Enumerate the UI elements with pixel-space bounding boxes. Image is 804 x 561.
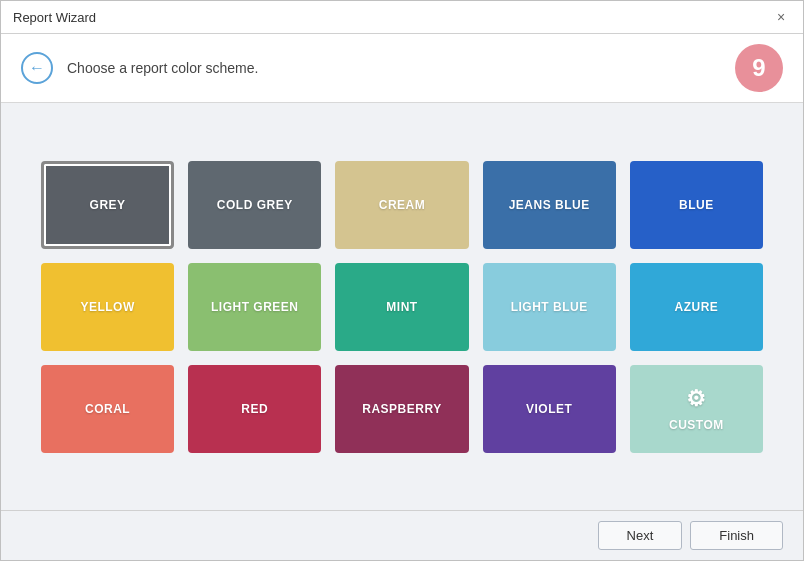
- color-tile-violet[interactable]: VIOLET: [483, 365, 616, 453]
- back-button[interactable]: ←: [21, 52, 53, 84]
- color-tile-azure[interactable]: AZURE: [630, 263, 763, 351]
- color-label-coral: CORAL: [85, 402, 130, 416]
- custom-label: CUSTOM: [669, 418, 724, 432]
- color-tile-jeans-blue[interactable]: JEANS BLUE: [483, 161, 616, 249]
- next-button[interactable]: Next: [598, 521, 683, 550]
- step-badge: 9: [735, 44, 783, 92]
- color-tile-yellow[interactable]: YELLOW: [41, 263, 174, 351]
- color-label-cold-grey: COLD GREY: [217, 198, 293, 212]
- close-button[interactable]: ×: [771, 7, 791, 27]
- gear-icon: ⚙: [686, 386, 707, 412]
- finish-button[interactable]: Finish: [690, 521, 783, 550]
- color-grid: GREYCOLD GREYCREAMJEANS BLUEBLUEYELLOWLI…: [41, 161, 763, 453]
- color-label-red: RED: [241, 402, 268, 416]
- color-label-azure: AZURE: [674, 300, 718, 314]
- color-label-light-blue: LIGHT BLUE: [511, 300, 588, 314]
- wizard-footer: Next Finish: [1, 510, 803, 560]
- header-instruction: Choose a report color scheme.: [67, 60, 258, 76]
- color-tile-coral[interactable]: CORAL: [41, 365, 174, 453]
- color-tile-grey[interactable]: GREY: [41, 161, 174, 249]
- color-tile-cold-grey[interactable]: COLD GREY: [188, 161, 321, 249]
- color-tile-cream[interactable]: CREAM: [335, 161, 468, 249]
- color-label-jeans-blue: JEANS BLUE: [509, 198, 590, 212]
- color-tile-raspberry[interactable]: RASPBERRY: [335, 365, 468, 453]
- color-tile-red[interactable]: RED: [188, 365, 321, 453]
- color-tile-light-green[interactable]: LIGHT GREEN: [188, 263, 321, 351]
- window-title: Report Wizard: [13, 10, 96, 25]
- report-wizard-window: Report Wizard × ← Choose a report color …: [0, 0, 804, 561]
- color-label-violet: VIOLET: [526, 402, 572, 416]
- color-label-mint: MINT: [386, 300, 417, 314]
- header-left: ← Choose a report color scheme.: [21, 52, 258, 84]
- wizard-header: ← Choose a report color scheme. 9: [1, 34, 803, 103]
- color-label-grey: GREY: [90, 198, 126, 212]
- color-label-raspberry: RASPBERRY: [362, 402, 441, 416]
- title-bar: Report Wizard ×: [1, 1, 803, 34]
- color-tile-custom[interactable]: ⚙ CUSTOM: [630, 365, 763, 453]
- color-tile-blue[interactable]: BLUE: [630, 161, 763, 249]
- color-label-blue: BLUE: [679, 198, 714, 212]
- color-tile-light-blue[interactable]: LIGHT BLUE: [483, 263, 616, 351]
- color-label-yellow: YELLOW: [80, 300, 134, 314]
- color-label-cream: CREAM: [379, 198, 426, 212]
- color-tile-mint[interactable]: MINT: [335, 263, 468, 351]
- color-label-light-green: LIGHT GREEN: [211, 300, 299, 314]
- color-scheme-content: GREYCOLD GREYCREAMJEANS BLUEBLUEYELLOWLI…: [1, 103, 803, 510]
